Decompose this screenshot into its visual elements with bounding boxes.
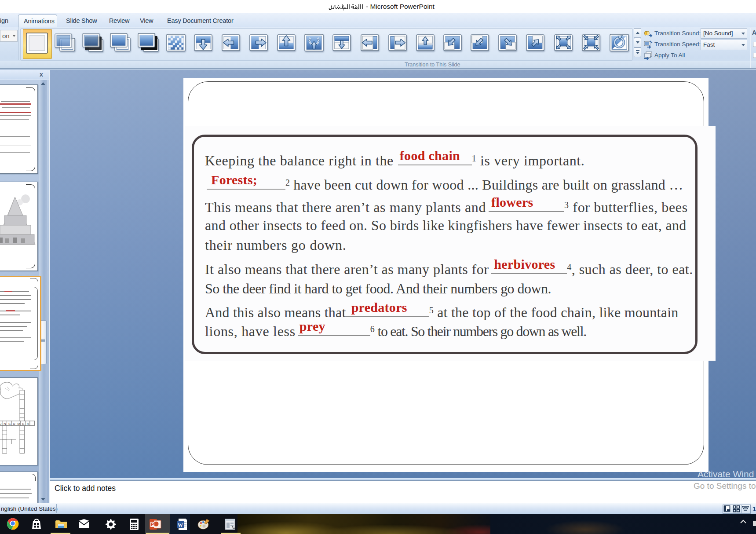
svg-text:O: O [0, 422, 2, 426]
svg-text:R: R [27, 422, 29, 426]
svg-text:P: P [151, 522, 154, 527]
svg-text:S: S [8, 422, 11, 426]
svg-text:W: W [178, 522, 183, 528]
svg-text:N: N [4, 422, 6, 426]
svg-text:U: U [13, 422, 15, 426]
svg-text:E: E [22, 422, 24, 426]
svg-text:M: M [17, 422, 20, 426]
